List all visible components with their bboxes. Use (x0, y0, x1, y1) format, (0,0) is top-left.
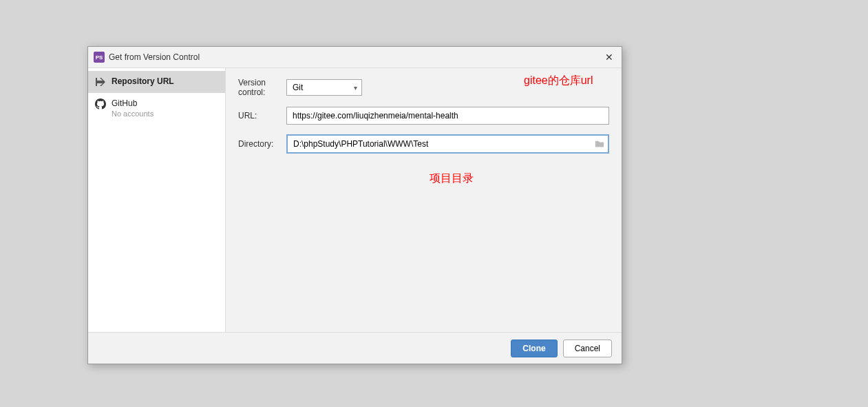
row-directory: Directory: (238, 134, 609, 154)
version-control-label: Version control: (238, 78, 286, 97)
annotation-directory: 项目目录 (430, 171, 474, 186)
sidebar: Repository URL GitHub No accounts (88, 68, 226, 332)
close-icon[interactable]: ✕ (602, 52, 616, 63)
titlebar: PS Get from Version Control ✕ (88, 47, 622, 67)
sidebar-item-github[interactable]: GitHub No accounts (88, 93, 225, 123)
sidebar-item-label: GitHub (112, 98, 154, 108)
github-icon (95, 98, 106, 109)
sidebar-item-sublabel: No accounts (112, 109, 154, 118)
version-control-value: Git (293, 83, 303, 92)
row-url: URL: (238, 107, 609, 125)
dialog-title: Get from Version Control (109, 52, 602, 62)
cancel-button[interactable]: Cancel (563, 340, 612, 357)
version-control-select[interactable]: Git (286, 79, 362, 96)
sidebar-item-labels: Repository URL (112, 76, 174, 86)
sidebar-item-label: Repository URL (112, 76, 174, 86)
url-input[interactable] (286, 107, 609, 125)
main-panel: Version control: Git URL: Directory: git… (226, 68, 622, 332)
annotation-url: gitee的仓库url (524, 74, 593, 88)
repository-icon (95, 76, 106, 87)
app-icon: PS (94, 52, 105, 63)
directory-label: Directory: (238, 139, 286, 149)
sidebar-item-repository-url[interactable]: Repository URL (88, 71, 225, 93)
clone-button[interactable]: Clone (511, 340, 557, 357)
folder-browse-icon[interactable] (591, 139, 608, 149)
dialog-get-from-vcs: PS Get from Version Control ✕ Repository… (87, 46, 622, 364)
sidebar-item-labels: GitHub No accounts (112, 98, 154, 118)
directory-input-wrapper (286, 134, 609, 154)
directory-input[interactable] (288, 136, 591, 152)
dialog-footer: Clone Cancel (88, 332, 622, 364)
url-label: URL: (238, 111, 286, 121)
dialog-body: Repository URL GitHub No accounts Versio… (88, 67, 622, 332)
